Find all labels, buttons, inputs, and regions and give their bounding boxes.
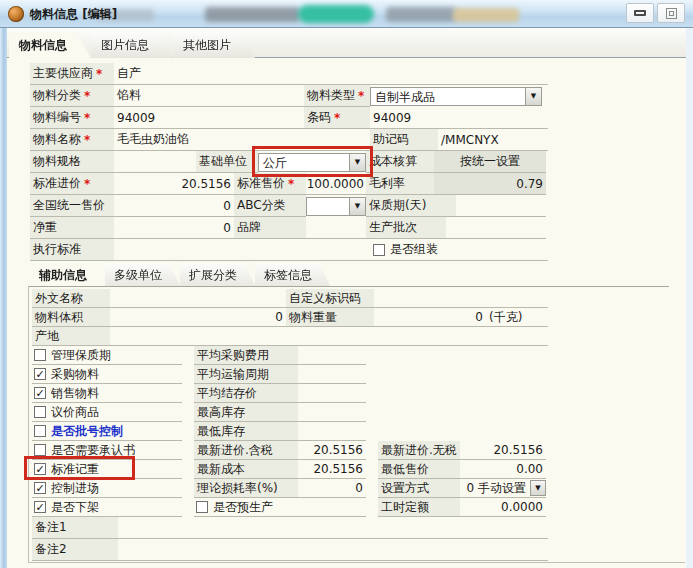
- tab-label: 多级单位: [114, 268, 162, 282]
- mnemonic-field[interactable]: /MMCNYX: [438, 129, 548, 151]
- tab-multi-unit[interactable]: 多级单位: [105, 263, 180, 286]
- shelf-life-field[interactable]: [456, 195, 546, 217]
- form-row: 外文名称 自定义标识码: [32, 289, 548, 308]
- latest-cost-value[interactable]: 20.5156: [298, 460, 366, 478]
- supplier-field[interactable]: 自产: [114, 63, 548, 85]
- avg-purchase-fee-value[interactable]: [298, 346, 366, 364]
- avg-balance-price-value[interactable]: [298, 384, 366, 402]
- base-unit-dropdown[interactable]: 公斤▼: [258, 151, 366, 173]
- spec-field[interactable]: [114, 151, 196, 173]
- shelf-life-label: 保质期(天): [366, 195, 456, 217]
- required-marker: *: [358, 89, 364, 103]
- checkbox-batch-control[interactable]: 是否批号控制: [32, 422, 182, 441]
- type-dropdown[interactable]: 自制半成品▼: [370, 85, 542, 107]
- checkbox-negotiated-goods[interactable]: 议价商品: [32, 403, 182, 422]
- weight-field[interactable]: 0: [374, 308, 486, 327]
- chevron-down-icon[interactable]: ▼: [349, 154, 365, 171]
- base-unit-label: 基础单位: [196, 151, 258, 173]
- background-blur-blob: [205, 7, 300, 22]
- checkbox-box[interactable]: [34, 444, 46, 456]
- name-label: 物料名称*: [30, 129, 114, 151]
- volume-label: 物料体积: [32, 308, 110, 327]
- custom-id-label: 自定义标识码: [286, 289, 374, 308]
- chevron-down-icon[interactable]: ▼: [525, 88, 541, 105]
- chevron-down-icon[interactable]: ▼: [530, 480, 546, 496]
- checkbox-box[interactable]: [34, 406, 46, 418]
- checkbox-box[interactable]: ✓: [34, 387, 46, 399]
- origin-field[interactable]: [110, 327, 548, 346]
- abc-dropdown-value: [307, 198, 349, 215]
- checkbox-box[interactable]: [34, 349, 46, 361]
- loss-rate-label: 理论损耗率(%): [194, 479, 298, 497]
- form-row: 物料体积 0 物料重量 0 (千克): [32, 308, 548, 327]
- checkbox-box[interactable]: [373, 244, 385, 256]
- checkbox-label: 议价商品: [51, 404, 99, 421]
- loss-rate-value[interactable]: 0: [298, 479, 366, 497]
- aux-row: ✓是否下架 是否预生产 工时定额0.0000: [32, 498, 548, 517]
- form-row: 物料编号* 94009 条码* 94009: [30, 107, 548, 129]
- checkbox-control-entry[interactable]: ✓控制进场: [32, 479, 182, 498]
- tab-label-info[interactable]: 标签信息: [255, 263, 330, 286]
- checkbox-pre-production[interactable]: 是否预生产: [194, 498, 366, 517]
- avg-transport-cycle-value[interactable]: [298, 365, 366, 383]
- checkbox-label[interactable]: 是否批号控制: [51, 423, 123, 440]
- checkbox-manage-shelf-life[interactable]: 管理保质期: [32, 346, 182, 365]
- title-bar[interactable]: 物料信息 [编辑]: [0, 0, 693, 28]
- tab-extended-class[interactable]: 扩展分类: [180, 263, 255, 286]
- set-mode-value: 0 手动设置: [467, 480, 526, 497]
- required-marker: *: [96, 67, 102, 81]
- foreign-name-field[interactable]: [110, 289, 286, 308]
- tab-material-info[interactable]: 物料信息: [9, 32, 91, 58]
- max-stock-value[interactable]: [298, 403, 366, 421]
- window-border-right: [686, 28, 693, 568]
- category-field[interactable]: 馅料: [114, 85, 304, 107]
- national-price-field[interactable]: 0: [114, 195, 234, 217]
- material-form: 主要供应商* 自产 物料分类* 馅料 物料类型* 自制半成品▼ 物料编号* 94…: [7, 59, 686, 568]
- latest-price-tax-value[interactable]: 20.5156: [298, 441, 366, 459]
- checkbox-off-shelf[interactable]: ✓是否下架: [32, 498, 182, 517]
- abc-class-dropdown[interactable]: ▼: [306, 195, 366, 217]
- checkbox-box[interactable]: ✓: [34, 482, 46, 494]
- std-sale-field[interactable]: 100.0000: [306, 173, 366, 195]
- barcode-field[interactable]: 94009: [370, 107, 548, 129]
- std-purchase-field[interactable]: 20.5156: [114, 173, 234, 195]
- checkbox-sale-material[interactable]: ✓销售物料: [32, 384, 182, 403]
- checkbox-purchase-material[interactable]: ✓采购物料: [32, 365, 182, 384]
- batch-field[interactable]: [446, 217, 546, 239]
- checkbox-box[interactable]: ✓: [34, 501, 46, 513]
- tab-picture-info[interactable]: 图片信息: [91, 32, 173, 58]
- checkbox-box[interactable]: [196, 501, 208, 513]
- tab-other-pictures[interactable]: 其他图片: [173, 32, 255, 58]
- net-weight-field[interactable]: 0: [114, 217, 234, 239]
- name-field[interactable]: 毛毛虫奶油馅: [114, 129, 370, 151]
- background-blur-blob: [386, 7, 456, 22]
- custom-id-field[interactable]: [374, 289, 548, 308]
- brand-field[interactable]: [306, 217, 366, 239]
- checkbox-box[interactable]: ✓: [34, 368, 46, 380]
- code-field[interactable]: 94009: [114, 107, 304, 129]
- checkbox-box[interactable]: ✓: [34, 463, 46, 475]
- exec-standard-label: 执行标准: [30, 239, 114, 261]
- checkbox-approval-letter[interactable]: 是否需要承认书: [32, 441, 182, 460]
- spec-label: 物料规格: [30, 151, 114, 173]
- form-row: 执行标准 是否组装: [30, 239, 548, 261]
- checkbox-label: 是否下架: [51, 499, 99, 516]
- remark2-field[interactable]: [118, 539, 548, 561]
- volume-field[interactable]: 0: [110, 308, 286, 327]
- minimize-button[interactable]: [626, 3, 654, 23]
- checkbox-standard-weighing[interactable]: ✓ 标准记重: [32, 460, 182, 479]
- restore-button[interactable]: [657, 3, 685, 23]
- tab-aux-info[interactable]: 辅助信息: [30, 263, 105, 286]
- min-sale-price-value[interactable]: 0.00: [460, 460, 546, 478]
- is-assembled-checkbox[interactable]: 是否组装: [370, 239, 548, 261]
- mnemonic-label: 助记码: [370, 129, 438, 151]
- checkbox-box[interactable]: [34, 425, 46, 437]
- chevron-down-icon[interactable]: ▼: [349, 198, 365, 215]
- exec-standard-field[interactable]: [114, 239, 370, 261]
- min-stock-value[interactable]: [298, 422, 366, 440]
- latest-price-notax-value[interactable]: 20.5156: [460, 441, 546, 459]
- work-quota-value[interactable]: 0.0000: [460, 498, 546, 516]
- set-mode-dropdown[interactable]: 0 手动设置 ▼: [460, 479, 546, 497]
- remark1-field[interactable]: [118, 517, 548, 539]
- checkbox-label: 是否预生产: [213, 499, 273, 516]
